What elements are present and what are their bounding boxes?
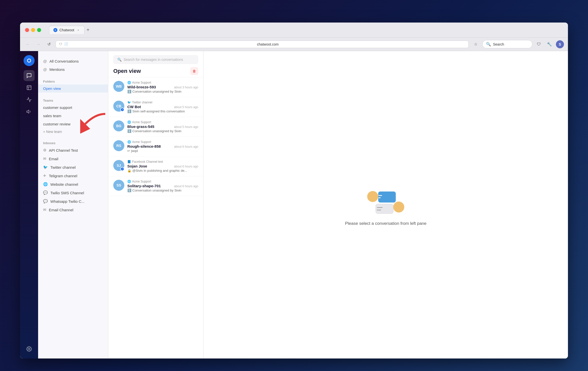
conv-item-sojan-jose[interactable]: SJ ✓ 📘 Facebook Channel test Sojan Jose … xyxy=(108,156,203,176)
tab-chatwoot[interactable]: C Chatwoot × xyxy=(49,26,84,34)
conv-search-placeholder: Search for messages in conversations xyxy=(124,58,183,62)
acme-support-icon-5: 🌐 xyxy=(127,180,131,183)
profile-btn[interactable]: S xyxy=(556,40,564,48)
sidebar-item-label-whatsapp: Whatsapp Twilio C... xyxy=(50,199,84,204)
tab-close-btn[interactable]: × xyxy=(76,28,80,32)
sidebar-item-open-view[interactable]: Open view xyxy=(38,84,108,93)
conv-search-box[interactable]: 🔍 Search for messages in conversations xyxy=(113,55,198,64)
nav-contacts[interactable] xyxy=(24,82,35,93)
acme-support-icon-2: 🌐 xyxy=(127,120,131,124)
address-bar[interactable]: chatwoot.com xyxy=(70,42,465,46)
avatar-cb: CB ✓ xyxy=(113,101,124,112)
sidebar-item-customer-review[interactable]: customer review xyxy=(38,120,108,128)
info-icon-1: ℹ️ xyxy=(127,109,131,113)
conv-list-title: Open view xyxy=(113,68,141,74)
conv-source-bg: 🌐 Acme Support xyxy=(127,120,198,124)
sidebar-folders: Folders Open view xyxy=(38,76,108,95)
sidebar-item-label-twitter: Twitter channel xyxy=(50,165,76,169)
nav-reports[interactable] xyxy=(24,94,35,105)
svg-rect-2 xyxy=(27,86,31,90)
new-team-btn[interactable]: + New team xyxy=(38,128,108,135)
conv-content-wb: 🌐 Acme Support Wild-breeze-593 about 3 h… xyxy=(127,81,198,93)
sidebar-item-label-api-channel: API Channel Test xyxy=(49,148,78,152)
toolbar-right: ☆ 🔍 Search 🛡 🔧 S xyxy=(472,40,564,48)
sidebar: @ All Conversations @ Mentions Folders O… xyxy=(38,51,108,358)
conv-item-wild-breeze[interactable]: WB 🌐 Acme Support Wild-breeze-593 about … xyxy=(108,77,203,97)
new-tab-btn[interactable]: + xyxy=(84,27,91,33)
svg-rect-8 xyxy=(378,192,396,203)
twitter-source-icon: 🐦 xyxy=(127,101,131,104)
tab-bar: C Chatwoot × + xyxy=(49,26,91,34)
teams-header: Teams xyxy=(38,97,108,103)
empty-state-text: Please select a conversation from left p… xyxy=(345,221,426,226)
sidebar-item-telegram-channel[interactable]: ✈ Teligram channel xyxy=(38,171,108,180)
conv-delete-btn[interactable]: 🗑 xyxy=(190,67,198,75)
conv-name-row-ss: Solitary-shape-701 about 6 hours ago xyxy=(127,184,198,188)
conv-name-row-rs: Rough-silence-858 about 6 hours ago xyxy=(127,144,198,148)
sidebar-item-whatsapp-twilio[interactable]: 💬 Whatsapp Twilio C... xyxy=(38,197,108,206)
acme-support-icon-3: 🌐 xyxy=(127,140,131,144)
sidebar-item-twilio-sms[interactable]: 💬 Twilio SMS Channel xyxy=(38,189,108,197)
svg-point-1 xyxy=(28,59,30,62)
new-team-label: + New team xyxy=(43,130,62,134)
tab-favicon: C xyxy=(53,28,57,32)
nav-settings[interactable] xyxy=(24,343,35,354)
conv-preview-cb: ℹ️ Sivin self-assigned this conversation xyxy=(127,109,198,113)
forward-btn[interactable]: → xyxy=(35,41,42,48)
sidebar-item-sales-team[interactable]: sales team xyxy=(38,112,108,120)
website-icon: 🌐 xyxy=(43,182,48,187)
svg-rect-11 xyxy=(376,204,393,214)
sidebar-item-label-customer-support: customer support xyxy=(43,105,72,110)
maximize-window-btn[interactable] xyxy=(37,28,41,32)
sidebar-item-twitter-channel[interactable]: 🐦 Twitter channel xyxy=(38,163,108,171)
conv-preview-sj: 🔒 @Sivin In publishing and graphic de... xyxy=(127,169,198,172)
app-logo[interactable] xyxy=(24,55,35,66)
browser-search-box[interactable]: 🔍 Search xyxy=(482,40,532,48)
address-bar-wrap[interactable]: 🛡 📄 chatwoot.com xyxy=(56,41,469,48)
conv-preview-ss: ℹ️ Conversation unassigned by Sivin xyxy=(127,189,198,192)
doc-icon: 📄 xyxy=(64,42,68,46)
avatar-rs: RS xyxy=(113,140,124,151)
refresh-btn[interactable]: ↺ xyxy=(45,41,53,48)
avatar-sj: SJ ✓ xyxy=(113,160,124,171)
browser-toolbar: ← → ↺ 🛡 📄 chatwoot.com ☆ 🔍 Search 🛡 🔧 S xyxy=(20,38,568,51)
tab-title: Chatwoot xyxy=(59,28,74,32)
sidebar-item-email[interactable]: ✉ Email xyxy=(38,154,108,163)
sms-icon: 💬 xyxy=(43,191,48,195)
sidebar-item-email-channel[interactable]: ✉ Email Channel xyxy=(38,206,108,214)
app-layout: @ All Conversations @ Mentions Folders O… xyxy=(20,51,568,358)
twitter-icon: 🐦 xyxy=(43,165,48,169)
conv-item-rough-silence[interactable]: RS 🌐 Acme Support Rough-silence-858 abou… xyxy=(108,137,203,156)
avatar-bg: BG xyxy=(113,120,124,131)
conv-source-ss: 🌐 Acme Support xyxy=(127,180,198,183)
star-btn[interactable]: ☆ xyxy=(472,40,480,48)
main-content: Please select a conversation from left p… xyxy=(204,51,568,358)
conv-preview-bg: ℹ️ Conversation unassigned by Sivin xyxy=(127,129,198,133)
sidebar-item-customer-support[interactable]: customer support xyxy=(38,103,108,112)
sidebar-item-website-channel[interactable]: 🌐 Website channel xyxy=(38,180,108,189)
conv-content-ss: 🌐 Acme Support Solitary-shape-701 about … xyxy=(127,180,198,192)
sidebar-item-mentions[interactable]: @ Mentions xyxy=(38,65,108,74)
pocket-icon[interactable]: 🛡 xyxy=(535,40,543,48)
back-btn[interactable]: ← xyxy=(24,41,32,48)
tools-icon[interactable]: 🔧 xyxy=(545,40,553,48)
mentions-icon: @ xyxy=(43,67,47,72)
conv-name-row-bg: Blue-grass-545 about 5 hours ago xyxy=(127,124,198,129)
conv-item-blue-grass[interactable]: BG 🌐 Acme Support Blue-grass-545 about 5… xyxy=(108,117,203,137)
conv-item-solitary-shape[interactable]: SS 🌐 Acme Support Solitary-shape-701 abo… xyxy=(108,176,203,196)
minimize-window-btn[interactable] xyxy=(31,28,35,32)
nav-conversations[interactable] xyxy=(24,70,35,81)
conv-item-cw-bot[interactable]: CB ✓ 🐦 Twitter channel CW Bot about 5 ho… xyxy=(108,97,203,117)
svg-point-7 xyxy=(367,191,378,202)
api-icon: ⚙ xyxy=(43,148,46,152)
sidebar-item-label-telegram: Teligram channel xyxy=(49,174,77,178)
titlebar: C Chatwoot × + xyxy=(20,23,568,38)
conv-preview-wb: ℹ️ Conversation unassigned by Sivin xyxy=(127,90,198,93)
conv-preview-rs: ↩ jwqd xyxy=(127,149,198,153)
conv-source-rs: 🌐 Acme Support xyxy=(127,140,198,144)
svg-point-6 xyxy=(28,348,30,350)
sidebar-item-all-conversations[interactable]: @ All Conversations xyxy=(38,57,108,65)
close-window-btn[interactable] xyxy=(25,28,29,32)
nav-campaigns[interactable] xyxy=(24,106,35,117)
sidebar-item-api-channel[interactable]: ⚙ API Channel Test xyxy=(38,146,108,154)
